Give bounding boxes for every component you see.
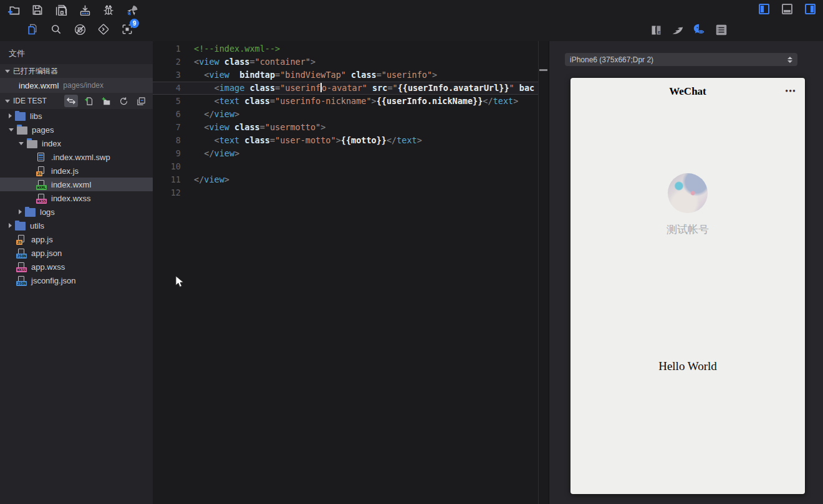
json-file-icon: JSON <box>16 276 27 285</box>
toggle-bottom-panel-button[interactable] <box>782 4 792 14</box>
swap-arrows-icon <box>66 97 76 105</box>
debug-button[interactable] <box>101 2 116 17</box>
top-toolbar: 9 E <box>0 0 823 41</box>
code-line-1[interactable]: 1<!--index.wxml--> <box>153 42 538 55</box>
project-name: IDE TEST <box>13 97 47 105</box>
code-text: </view> <box>181 147 239 160</box>
folder-open-icon <box>17 125 27 135</box>
new-file-icon <box>84 97 94 106</box>
git-diamond-icon <box>97 23 110 36</box>
code-line-9[interactable]: 9 </view> <box>153 147 538 160</box>
save-all-button[interactable] <box>54 2 69 17</box>
device-selector[interactable]: iPhone6 (375x667;Dpr 2) <box>565 53 797 66</box>
folder-open-icon <box>27 139 37 148</box>
wing-button[interactable] <box>670 22 685 37</box>
tree-item-label: jsconfig.json <box>31 276 76 285</box>
code-line-11[interactable]: 11</view> <box>153 173 538 186</box>
new-file-button[interactable] <box>82 95 95 107</box>
updates-button[interactable]: 9 <box>120 22 135 37</box>
new-project-button[interactable] <box>6 2 21 17</box>
search-button[interactable] <box>49 22 64 37</box>
toggle-right-panel-button[interactable] <box>805 4 816 14</box>
svg-text:E: E <box>658 29 660 34</box>
code-text: </view> <box>181 108 239 121</box>
capsule-menu-icon[interactable]: ••• <box>785 87 796 97</box>
code-line-5[interactable]: 5 <text class="userinfo-nickname">{{user… <box>153 95 538 108</box>
new-project-folder-icon <box>7 4 21 17</box>
toggle-left-panel-button[interactable] <box>759 4 769 14</box>
tree-item-jsconfig-json[interactable]: JSONjsconfig.json <box>0 273 153 287</box>
code-line-7[interactable]: 7 <view class="usermotto"> <box>153 121 538 134</box>
files-icon <box>26 23 39 36</box>
tree-item-logs[interactable]: logs <box>0 205 153 219</box>
user-nickname: 测试帐号 <box>570 222 805 237</box>
code-line-12[interactable]: 12 <box>153 186 538 199</box>
refresh-button[interactable] <box>117 95 130 107</box>
tree-item-index-wxss[interactable]: WXSSindex.wxss <box>0 191 153 205</box>
chevron-down-icon[interactable] <box>9 128 14 131</box>
tree-item-label: app.wxss <box>31 262 65 272</box>
save-button[interactable] <box>30 2 45 17</box>
list-panel-button[interactable] <box>714 22 729 37</box>
open-editors-label: 已打开编辑器 <box>13 66 58 77</box>
tree-item-index-js[interactable]: JSindex.js <box>0 164 153 178</box>
left-panel-fill <box>761 6 764 12</box>
tree-item-pages[interactable]: pages <box>0 123 153 136</box>
tree-item-label: index <box>42 139 61 148</box>
tree-item-app-js[interactable]: JSapp.js <box>0 232 153 246</box>
code-text: <!--index.wxml--> <box>181 42 280 55</box>
tree-item-libs[interactable]: libs <box>0 109 153 123</box>
tree-item-app-wxss[interactable]: WXSSapp.wxss <box>0 260 153 273</box>
install-button[interactable] <box>77 2 92 17</box>
new-folder-button[interactable] <box>99 95 113 107</box>
tree-item-utils[interactable]: utils <box>0 219 153 232</box>
chevron-down-icon[interactable] <box>19 142 24 145</box>
code-line-6[interactable]: 6 </view> <box>153 108 538 121</box>
simulator-toolbar: E <box>648 22 729 37</box>
sync-swap-button[interactable] <box>64 95 78 107</box>
open-editor-item[interactable]: index.wxml pages/index <box>0 78 153 93</box>
code-line-10[interactable]: 10 <box>153 160 538 173</box>
code-line-8[interactable]: 8 <text class="user-motto">{{motto}}</te… <box>153 134 538 147</box>
code-line-2[interactable]: 2<view class="container"> <box>153 55 538 69</box>
disable-debug-button[interactable] <box>72 22 87 37</box>
user-avatar[interactable] <box>668 173 708 213</box>
tree-item--index-wxml-swp[interactable]: .index.wxml.swp <box>0 150 153 164</box>
app-title: WeChat <box>570 85 805 98</box>
tree-item-index[interactable]: index <box>0 136 153 150</box>
project-actions <box>64 95 153 107</box>
code-line-3[interactable]: 3 <view bindtap="bindViewTap" class="use… <box>153 69 538 82</box>
wechat-preview-button[interactable] <box>692 22 707 37</box>
line-number: 6 <box>153 108 181 121</box>
device-selector-value: iPhone6 (375x667;Dpr 2) <box>570 55 653 64</box>
chevron-right-icon[interactable] <box>9 113 12 118</box>
project-section-header[interactable]: IDE TEST <box>0 93 153 109</box>
select-stepper-icon <box>787 57 792 63</box>
code-text: <view bindtap="bindViewTap" class="useri… <box>181 69 437 82</box>
tree-item-index-wxml[interactable]: WXMLindex.wxml <box>0 178 153 191</box>
chevron-right-icon[interactable] <box>9 223 12 228</box>
tree-item-app-json[interactable]: JSONapp.json <box>0 246 153 260</box>
line-number: 1 <box>153 42 181 55</box>
code-editor[interactable]: 1<!--index.wxml-->2<view class="containe… <box>153 41 549 504</box>
git-button[interactable] <box>96 22 111 37</box>
chevron-right-icon[interactable] <box>19 209 22 214</box>
tree-item-label: logs <box>40 207 55 217</box>
line-number: 12 <box>153 186 181 199</box>
code-line-4[interactable]: 4 <image class="userinfo-avatar" src="{{… <box>153 82 538 95</box>
js-file-icon: JS <box>16 235 27 244</box>
wechat-eye-icon <box>692 23 707 37</box>
editor-scrollbar[interactable] <box>538 41 549 504</box>
files-explorer-button[interactable] <box>25 22 40 37</box>
wxss-file-icon: WXSS <box>16 262 27 272</box>
tree-item-label: app.json <box>31 249 62 258</box>
deploy-button[interactable] <box>125 2 140 17</box>
collapse-all-button[interactable] <box>134 95 148 107</box>
wxss-file-icon: WXSS <box>36 194 47 203</box>
file-tree: libspagesindex.index.wxml.swpJSindex.jsW… <box>0 109 153 287</box>
docs-book-button[interactable]: E <box>648 22 663 37</box>
overview-cursor-mark <box>539 69 547 71</box>
tree-item-label: app.js <box>31 235 53 244</box>
no-bug-icon <box>74 23 87 36</box>
open-editors-section-header[interactable]: 已打开编辑器 <box>0 64 153 78</box>
